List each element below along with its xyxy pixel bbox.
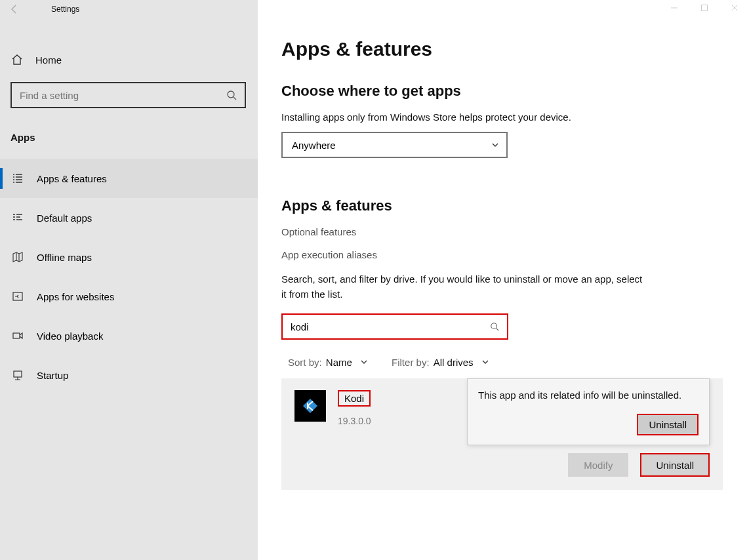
web-icon <box>10 290 25 302</box>
svg-point-5 <box>491 323 497 329</box>
modify-button[interactable]: Modify <box>568 453 628 477</box>
sort-filter-row: Sort by: Name Filter by: All drives <box>281 357 723 368</box>
sidebar-item-label: Apps for websites <box>37 291 114 302</box>
svg-rect-3 <box>14 371 22 377</box>
maximize-button[interactable] <box>700 4 712 12</box>
close-button[interactable] <box>731 4 742 12</box>
titlebar: Settings <box>0 0 258 18</box>
chevron-down-icon <box>360 358 368 366</box>
chevron-down-icon <box>481 358 489 366</box>
app-search-input[interactable] <box>283 315 507 338</box>
sidebar-item-label: Video playback <box>37 330 103 342</box>
app-name: Kodi <box>344 393 364 404</box>
startup-icon <box>10 369 25 381</box>
app-aliases-link[interactable]: App execution aliases <box>281 249 723 260</box>
sidebar-item-label: Offline maps <box>37 252 92 263</box>
sidebar-item-label: Apps & features <box>37 173 107 184</box>
source-select-value: Anywhere <box>292 140 336 151</box>
svg-rect-2 <box>13 333 20 338</box>
instructions-text: Search, sort, and filter by drive. If yo… <box>281 272 649 302</box>
defaults-icon <box>10 212 25 224</box>
home-link[interactable]: Home <box>10 48 258 71</box>
sidebar-item-default-apps[interactable]: Default apps <box>0 198 258 237</box>
video-icon <box>10 330 25 342</box>
minimize-button[interactable] <box>670 4 682 12</box>
sidebar-item-apps-websites[interactable]: Apps for websites <box>0 277 258 316</box>
uninstall-label: Uninstall <box>656 460 694 471</box>
app-list-item[interactable]: Kodi 19.3.0.0 This app and its related i… <box>281 378 723 490</box>
choose-description: Installing apps only from Windows Store … <box>281 111 723 123</box>
sidebar-item-startup[interactable]: Startup <box>0 355 258 395</box>
sort-value: Name <box>326 357 352 368</box>
home-label: Home <box>35 54 62 66</box>
window-controls <box>670 4 742 12</box>
list-icon <box>10 172 25 184</box>
search-icon <box>226 90 237 100</box>
svg-point-0 <box>228 91 234 98</box>
app-icon <box>294 390 326 422</box>
flyout-text: This app and its related info will be un… <box>478 388 698 402</box>
choose-heading: Choose where to get apps <box>281 83 723 100</box>
back-icon[interactable] <box>9 4 22 14</box>
main-content: Apps & features Choose where to get apps… <box>258 0 749 560</box>
app-version: 19.3.0.0 <box>338 416 371 426</box>
section-label: Apps <box>10 132 258 143</box>
flyout-uninstall-label: Uninstall <box>649 419 687 430</box>
sidebar-item-apps-features[interactable]: Apps & features <box>0 159 258 198</box>
sort-label: Sort by: <box>288 357 322 368</box>
source-select[interactable]: Anywhere <box>281 132 508 158</box>
optional-features-link[interactable]: Optional features <box>281 226 723 237</box>
filter-label: Filter by: <box>392 357 430 368</box>
filter-by-control[interactable]: Filter by: All drives <box>392 357 489 368</box>
map-icon <box>10 251 25 263</box>
sidebar-item-label: Default apps <box>37 212 92 224</box>
sidebar: Settings Home Apps Apps & features <box>0 0 258 560</box>
sidebar-item-video-playback[interactable]: Video playback <box>0 316 258 355</box>
uninstall-flyout: This app and its related info will be un… <box>467 378 710 445</box>
app-search-highlight <box>281 313 508 340</box>
sidebar-item-offline-maps[interactable]: Offline maps <box>0 237 258 277</box>
window-title: Settings <box>51 5 79 14</box>
apps-subheading: Apps & features <box>281 197 723 214</box>
modify-label: Modify <box>584 460 613 471</box>
sidebar-item-label: Startup <box>37 370 68 381</box>
app-name-highlight: Kodi <box>338 390 371 407</box>
home-icon <box>10 53 24 66</box>
flyout-uninstall-button[interactable]: Uninstall <box>637 414 698 435</box>
uninstall-button[interactable]: Uninstall <box>640 453 710 477</box>
nav: Apps & features Default apps Offline map… <box>0 159 258 395</box>
settings-search-input[interactable] <box>10 82 246 108</box>
svg-rect-1 <box>13 292 22 300</box>
search-icon <box>490 322 499 331</box>
svg-rect-4 <box>702 5 708 11</box>
filter-value: All drives <box>434 357 474 368</box>
sort-by-control[interactable]: Sort by: Name <box>288 357 368 368</box>
page-heading: Apps & features <box>281 38 723 60</box>
chevron-down-icon <box>491 140 500 150</box>
